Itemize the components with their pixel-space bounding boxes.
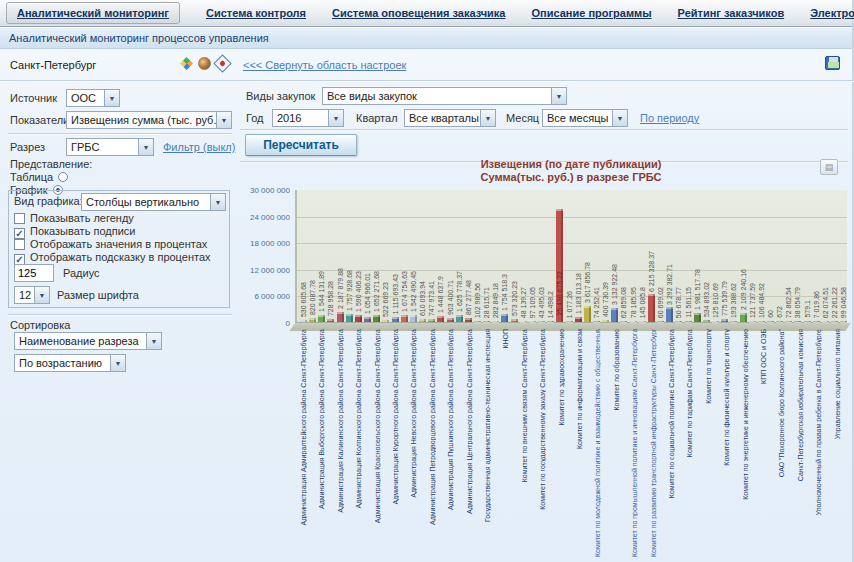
tab-3[interactable]: Система оповещения заказчика <box>332 7 505 19</box>
bar[interactable]: 3 132 922.48 <box>610 189 619 322</box>
bar[interactable]: 43 495.03 <box>537 189 546 322</box>
bar[interactable]: 99 046.58 <box>839 189 848 322</box>
bar[interactable]: 62 074.51 <box>821 189 830 322</box>
chart-kind-select[interactable]: Столбцы вертикально ▼ <box>81 193 226 211</box>
bar[interactable]: 534 893.02 <box>702 189 711 322</box>
bar[interactable]: 903 400.71 <box>446 189 455 322</box>
x-category-link[interactable]: Комитет по развитию транспортной инфраст… <box>650 329 657 557</box>
bar[interactable]: 1 757 928.68 <box>345 189 354 322</box>
chevron-down-icon[interactable]: ▼ <box>138 139 153 155</box>
chevron-down-icon[interactable]: ▼ <box>146 333 161 349</box>
by-period-link[interactable]: По периоду <box>640 112 699 124</box>
month-select[interactable]: Все месяцы ▼ <box>542 109 628 127</box>
bar[interactable]: 38 054.79 <box>793 189 802 322</box>
chevron-down-icon[interactable]: ▼ <box>110 355 125 371</box>
chevron-down-icon[interactable]: ▼ <box>551 88 566 104</box>
bar[interactable]: 3 292 382.71 <box>665 189 674 322</box>
chevron-down-icon[interactable]: ▼ <box>328 110 343 126</box>
bar[interactable]: 2 109 240.16 <box>739 189 748 322</box>
bar[interactable]: 48 139.27 <box>519 189 528 322</box>
filter-link[interactable]: Фильтр (выкл) <box>163 141 235 153</box>
bar[interactable]: 62 859.08 <box>619 189 628 322</box>
x-category-link[interactable]: Комитет по промышленной политике и иннов… <box>631 329 638 557</box>
bar[interactable]: 193 388.62 <box>729 189 738 322</box>
bar[interactable]: 11 561.15 <box>684 189 693 322</box>
chevron-down-icon[interactable]: ▼ <box>210 194 225 210</box>
bar[interactable]: 74 252.41 <box>592 189 601 322</box>
tab-2[interactable]: Система контроля <box>206 7 306 19</box>
bar[interactable]: 820 087.78 <box>308 189 317 322</box>
badge-icon[interactable] <box>198 57 211 70</box>
x-category-link[interactable]: Комитет по молодежной политике и взаимод… <box>594 329 601 557</box>
bar[interactable]: 610 093.94 <box>418 189 427 322</box>
bar[interactable]: 1 625 778.37 <box>455 189 464 322</box>
bar[interactable]: 1 542 490.45 <box>409 189 418 322</box>
bar[interactable]: 3 617 856.78 <box>583 189 592 322</box>
bar[interactable]: 2 187 879.88 <box>336 189 345 322</box>
chevron-down-icon[interactable]: ▼ <box>34 287 49 303</box>
bar[interactable]: 7 019.86 <box>812 189 821 322</box>
font-size-select[interactable]: 12 ▼ <box>14 286 50 304</box>
bar[interactable]: 60 <box>766 189 775 322</box>
export-chart-icon[interactable]: ▤ <box>820 159 838 175</box>
radio-table[interactable] <box>58 172 68 182</box>
bar[interactable]: 1 183 013.18 <box>574 189 583 322</box>
quarter-select[interactable]: Все кварталы ▼ <box>404 109 496 127</box>
bar[interactable]: 97 109.05 <box>528 189 537 322</box>
radius-input[interactable] <box>14 264 54 282</box>
chart-option-row[interactable]: ✓Отображать подсказку в процентах <box>14 251 211 265</box>
chevron-down-icon[interactable]: ▼ <box>216 112 231 128</box>
chart-option-row[interactable]: Показывать легенду <box>14 212 134 224</box>
recalculate-button[interactable]: Пересчитать <box>245 134 357 156</box>
sort-order-select[interactable]: По возрастанию ▼ <box>14 354 126 372</box>
indicator-select[interactable]: Извещения сумма (тыс. руб.) ▼ <box>66 111 232 129</box>
bar[interactable]: 400 730.39 <box>601 189 610 322</box>
bar[interactable]: 1 590 406.23 <box>354 189 363 322</box>
bar[interactable]: 121 737.59 <box>748 189 757 322</box>
diamond-target-icon[interactable] <box>213 54 231 72</box>
bar[interactable]: 530 605.68 <box>299 189 308 322</box>
bar[interactable]: 1 754 518.3 <box>500 189 509 322</box>
tab-1[interactable]: Аналитический мониторинг <box>6 2 180 24</box>
view-option-table[interactable]: Таблица <box>10 171 68 183</box>
bar[interactable]: 14 498.2 <box>546 189 555 322</box>
bar[interactable]: 867 277.48 <box>464 189 473 322</box>
source-select[interactable]: ООС ▼ <box>66 89 120 107</box>
slice-select[interactable]: ГРБС ▼ <box>66 138 154 156</box>
bar[interactable]: 1 544 131.89 <box>317 189 326 322</box>
chevron-down-icon[interactable]: ▼ <box>612 110 627 126</box>
bar[interactable]: 50 678.77 <box>674 189 683 322</box>
bar[interactable]: 6 215 328.37 <box>647 189 656 322</box>
chevron-down-icon[interactable]: ▼ <box>480 110 495 126</box>
bar[interactable]: 28 615.71 <box>482 189 491 322</box>
tab-6[interactable]: Электронный магазин <box>810 7 854 19</box>
bar[interactable]: 1 981 517.78 <box>693 189 702 322</box>
bar[interactable]: 1 652 271.68 <box>372 189 381 322</box>
bar[interactable]: 672 <box>775 189 784 322</box>
year-select[interactable]: 2016 ▼ <box>272 109 344 127</box>
collapse-settings-link[interactable]: <<< Свернуть область настроек <box>243 59 406 71</box>
bar[interactable]: 1 054 966.01 <box>363 189 372 322</box>
bar[interactable]: 22 261.22 <box>830 189 839 322</box>
chart-option-row[interactable]: Отображать значения в процентах <box>14 238 207 250</box>
bar[interactable]: 60 699.02 <box>656 189 665 322</box>
checkbox[interactable] <box>14 213 25 224</box>
bar[interactable]: 125 810.69 <box>711 189 720 322</box>
bar[interactable]: 775 539.79 <box>720 189 729 322</box>
pinwheel-icon[interactable] <box>180 57 193 70</box>
bar[interactable]: 72 862.54 <box>784 189 793 322</box>
bar[interactable]: 747 973.41 <box>427 189 436 322</box>
bar[interactable]: 1 448 637.9 <box>436 189 445 322</box>
bar[interactable]: 573 320.23 <box>510 189 519 322</box>
bar[interactable]: 728 958.28 <box>326 189 335 322</box>
bar[interactable]: 1 077.26 <box>565 189 574 322</box>
save-icon[interactable] <box>825 56 840 70</box>
chevron-down-icon[interactable]: ▼ <box>104 90 119 106</box>
tab-4[interactable]: Описание программы <box>531 7 651 19</box>
bar[interactable]: 106 484.92 <box>757 189 766 322</box>
bar[interactable]: 78 185.95 <box>629 189 638 322</box>
bar[interactable]: 25 436 675.22 <box>555 189 564 322</box>
bar[interactable]: 1 674 754.63 <box>400 189 409 322</box>
bar[interactable]: 1 115 693.43 <box>391 189 400 322</box>
bar[interactable]: 145 085.8 <box>638 189 647 322</box>
